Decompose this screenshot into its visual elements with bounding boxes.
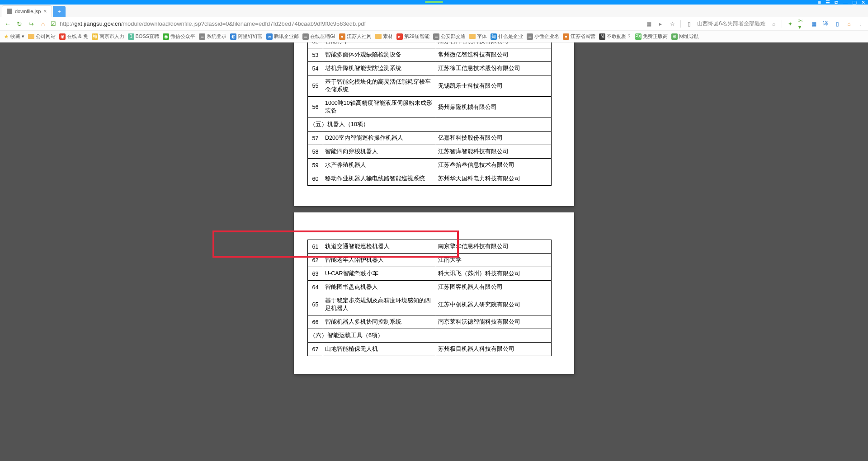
bookmark-label: 江苏省民营	[571, 33, 595, 40]
bookmark-item[interactable]: BBOSS直聘	[128, 33, 160, 40]
bookmark-label: 腾讯企业邮	[274, 33, 299, 40]
bookmark-label: 免费正版高	[643, 33, 668, 40]
bookmark-label: 素材	[383, 33, 393, 40]
search-engine-icon[interactable]: ▯	[685, 20, 693, 28]
bookmark-favicon: ≣	[199, 33, 205, 40]
bookmark-favicon: ⊕	[671, 33, 678, 40]
bookmark-item[interactable]: N不敢配图？	[599, 33, 632, 40]
bookmark-item[interactable]: ≣系统登录	[199, 33, 226, 40]
qr-icon[interactable]: ▦	[645, 20, 652, 28]
bookmark-favicon: ◉	[59, 33, 66, 40]
bookmark-item[interactable]: ≣公安部交通	[433, 33, 466, 40]
bookmark-label: 公安部交通	[441, 33, 466, 40]
doc-icon[interactable]: ▯	[834, 20, 841, 28]
bookmark-label: 南京市人力	[99, 33, 124, 40]
bookmark-item[interactable]: 公司网站	[28, 33, 56, 40]
folder-icon	[28, 34, 34, 39]
folder-icon	[469, 34, 476, 39]
bookmark-item[interactable]: ●江苏省民营	[563, 33, 595, 40]
bookmark-label: 系统登录	[207, 33, 226, 40]
search-icon[interactable]: ⌕	[770, 20, 777, 28]
task-indicator	[425, 1, 443, 3]
bookmark-item[interactable]: ▸第29届智能	[396, 33, 429, 40]
bookmark-favicon: ◉	[163, 33, 169, 40]
bookmark-label: 在线压缩GI	[310, 33, 335, 40]
bookmark-item[interactable]: 知什么是企业	[491, 33, 523, 40]
separator	[680, 20, 681, 28]
bookmark-label: 公司网站	[36, 33, 56, 40]
home-button[interactable]: ⌂	[39, 20, 47, 28]
bookmark-label: BOSS直聘	[136, 33, 160, 40]
bookmark-item[interactable]: ◐阿里钉钉官	[230, 33, 263, 40]
bookmark-item[interactable]: 梅南京市人力	[92, 33, 124, 40]
bookmark-label: 第29届智能	[404, 33, 429, 40]
bookmark-favicon: ●	[339, 33, 345, 40]
bookmark-label: 不敢配图？	[607, 33, 632, 40]
folder-icon	[375, 34, 382, 39]
bookmark-item[interactable]: 素材	[375, 33, 393, 40]
url-protocol: http://	[60, 20, 75, 27]
bookmark-item[interactable]: 字体	[469, 33, 487, 40]
forward-button[interactable]: ↪	[27, 20, 35, 28]
bookmark-label: 阿里钉钉官	[238, 33, 263, 40]
bookmark-item[interactable]: ⊕网址导航	[671, 33, 699, 40]
star-icon: ★	[4, 33, 9, 40]
bookmark-item[interactable]: ◉在线 & 兔	[59, 33, 88, 40]
bookmark-item[interactable]: ●江苏人社网	[339, 33, 372, 40]
bookmark-label: 什么是企业	[498, 33, 523, 40]
bookmark-item[interactable]: ★收藏 ▾	[4, 33, 24, 40]
browser-tab[interactable]: downfile.jsp ×	[2, 5, 52, 17]
bookmark-favicon: ◐	[230, 33, 236, 40]
window-close-icon[interactable]: ✕	[861, 0, 865, 5]
bookmark-favicon: 知	[491, 33, 497, 40]
address-bar: ← ↻ ↪ ⌂ ☑ http://gxt.jiangsu.gov.cn/modu…	[0, 17, 868, 31]
wand-icon[interactable]: ✦	[787, 20, 794, 28]
bookmark-item[interactable]: ≣小微企业名	[527, 33, 559, 40]
bookmark-favicon: ▸	[396, 33, 403, 40]
bookmark-item[interactable]: ≣在线压缩GI	[302, 33, 335, 40]
download-icon[interactable]: ↓	[857, 20, 864, 28]
bookmark-favicon: 梅	[92, 33, 98, 40]
bookmarks-bar: ★收藏 ▾公司网站◉在线 & 兔梅南京市人力BBOSS直聘◉微信公众平≣系统登录…	[0, 31, 868, 42]
security-shield-icon[interactable]: ☑	[51, 20, 56, 27]
bookmark-label: 江苏人社网	[347, 33, 372, 40]
bookmark-favicon: ∞	[266, 33, 273, 40]
bookmark-favicon: B	[128, 33, 134, 40]
reload-button[interactable]: ↻	[15, 20, 24, 28]
tab-bar: downfile.jsp × ＋	[0, 5, 868, 17]
translate-icon[interactable]: 译	[822, 20, 829, 28]
window-controls: ≡ ☰ ⧉ — ▢ ✕	[818, 0, 865, 5]
bookmark-item[interactable]: ∞腾讯企业邮	[266, 33, 299, 40]
bookmark-item[interactable]: PX免费正版高	[635, 33, 668, 40]
window-titlebar: ≡ ☰ ⧉ — ▢ ✕	[0, 0, 868, 5]
bookmark-label: 收藏 ▾	[10, 33, 24, 40]
url-input[interactable]: http://gxt.jiangsu.gov.cn/module/downloa…	[60, 20, 642, 27]
grid-icon[interactable]: ▦	[810, 20, 817, 28]
scissors-icon[interactable]: ✂ ▾	[798, 20, 806, 28]
tab-title: downfile.jsp	[15, 9, 41, 14]
bookmark-favicon: ●	[563, 33, 569, 40]
address-bar-right: ▦ ▸ ☆ ▯ 山西绛县6名失踪者全部遇难 ⌕ ✦ ✂ ▾ ▦ 译 ▯ ⌂ ↓	[645, 20, 864, 28]
home2-icon[interactable]: ⌂	[845, 20, 853, 28]
file-icon	[7, 9, 12, 14]
window-panel-icon[interactable]: ≡	[818, 0, 821, 5]
window-maximize-icon[interactable]: ▢	[852, 0, 857, 5]
bookmark-favicon: ≣	[302, 33, 309, 40]
separator	[782, 20, 782, 28]
bookmark-label: 微信公众平	[170, 33, 195, 40]
new-tab-button[interactable]: ＋	[53, 6, 66, 17]
bookmark-label: 网址导航	[679, 33, 699, 40]
url-host: gxt.jiangsu.gov.cn	[75, 20, 121, 27]
bookmark-label: 小微企业名	[534, 33, 559, 40]
bookmark-favicon: PX	[635, 33, 642, 40]
search-input[interactable]: 山西绛县6名失踪者全部遇难	[697, 20, 765, 28]
window-minimize-icon[interactable]: —	[843, 0, 848, 5]
window-menu-icon[interactable]: ☰	[826, 0, 830, 5]
bookmark-item[interactable]: ◉微信公众平	[163, 33, 195, 40]
back-button[interactable]: ←	[4, 20, 12, 28]
bookmark-favicon: N	[599, 33, 605, 40]
tab-close-icon[interactable]: ×	[43, 8, 47, 14]
flash-icon[interactable]: ▸	[657, 20, 664, 28]
bookmark-star-icon[interactable]: ☆	[669, 20, 676, 28]
window-restore-icon[interactable]: ⧉	[835, 0, 838, 5]
